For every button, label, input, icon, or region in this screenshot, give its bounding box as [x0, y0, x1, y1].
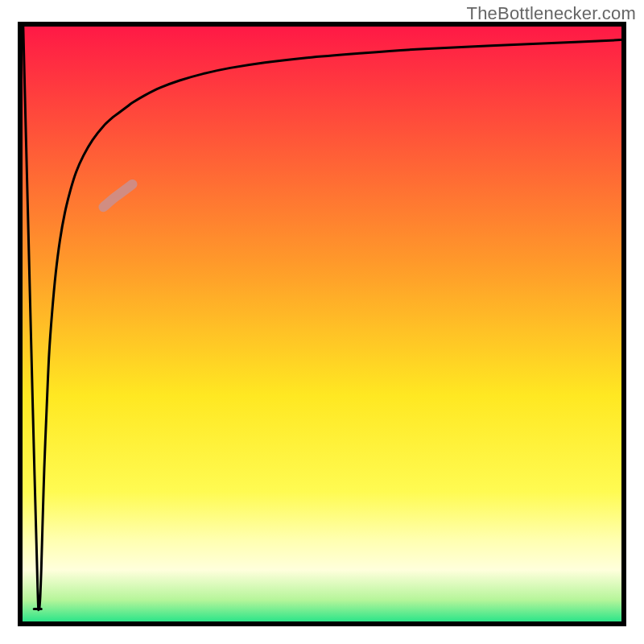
- chart-container: TheBottlenecker.com: [0, 0, 644, 644]
- chart-svg: [0, 0, 644, 644]
- attribution-text: TheBottlenecker.com: [467, 3, 636, 24]
- plot-background: [20, 24, 624, 624]
